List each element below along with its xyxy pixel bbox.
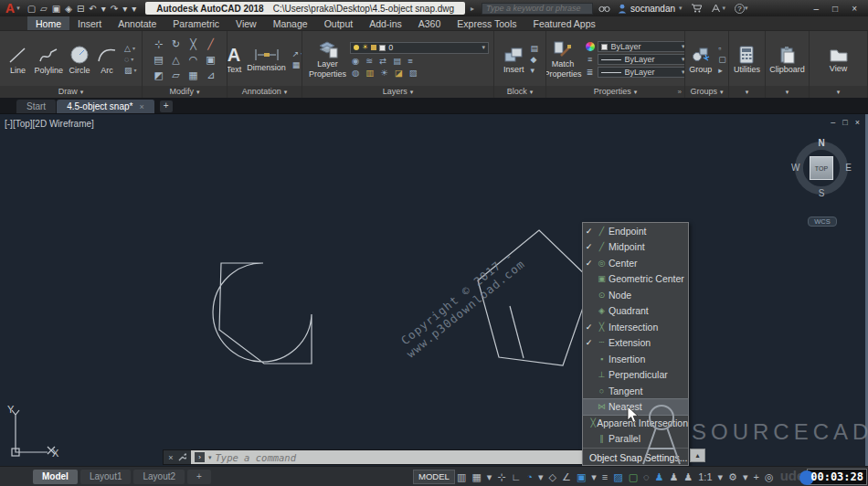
viewcube-south[interactable]: S bbox=[791, 188, 852, 198]
command-line-grip[interactable]: × bbox=[164, 450, 191, 464]
qat-tool-icon[interactable]: ↶ bbox=[89, 4, 96, 14]
viewcube[interactable]: N S W E TOP bbox=[791, 138, 852, 198]
properties-panel-label[interactable]: Properties▾ » bbox=[546, 86, 684, 98]
draw-panel-label[interactable]: Draw▾ bbox=[0, 86, 142, 98]
dimension-button[interactable]: Dimension bbox=[245, 48, 288, 72]
modify-tool-icon[interactable]: ╱ bbox=[207, 38, 214, 50]
status-toggle-icon[interactable]: ◌ bbox=[643, 471, 650, 482]
block-tool-icon[interactable]: ◆ bbox=[531, 56, 539, 64]
status-toggle-icon[interactable]: ≡ bbox=[602, 471, 608, 482]
qat-tool-icon[interactable]: ▱ bbox=[40, 4, 48, 14]
snap-menu-item[interactable]: ⊥ Perpendicular bbox=[583, 367, 688, 384]
group-button[interactable]: Group bbox=[687, 46, 714, 74]
chevron-down-icon[interactable]: ▾ bbox=[208, 454, 212, 461]
insert-button[interactable]: Insert bbox=[502, 46, 526, 74]
modify-tool-icon[interactable]: ⊹ bbox=[154, 38, 163, 50]
model-space-indicator[interactable]: MODEL bbox=[413, 470, 455, 484]
modify-tool-icon[interactable]: ⊿ bbox=[206, 69, 215, 81]
status-toggle-icon[interactable]: ▢ bbox=[629, 471, 638, 483]
add-layout-button[interactable]: + bbox=[187, 470, 211, 484]
help-button[interactable]: ? bbox=[735, 4, 745, 14]
modify-tool-icon[interactable]: ▱ bbox=[172, 69, 179, 81]
layout2-tab[interactable]: Layout2 bbox=[133, 470, 185, 484]
layout1-tab[interactable]: Layout1 bbox=[80, 470, 132, 484]
minimize-button[interactable]: – bbox=[814, 4, 820, 14]
qat-tool-icon[interactable]: ⊟ bbox=[77, 4, 84, 14]
restore-button[interactable]: □ bbox=[832, 4, 838, 14]
layer-tool-icon[interactable]: ≡ bbox=[408, 56, 413, 66]
dialog-launcher-icon[interactable]: » bbox=[678, 86, 682, 98]
circle-button[interactable]: Circle bbox=[67, 45, 92, 75]
snap-menu-item[interactable]: ○ Tangent bbox=[583, 383, 688, 399]
ribbon-tab[interactable]: Parametric bbox=[164, 16, 228, 30]
model-tab[interactable]: Model bbox=[33, 470, 78, 484]
ribbon-tab[interactable]: Home bbox=[27, 16, 69, 30]
modify-tool-icon[interactable]: ▣ bbox=[206, 54, 215, 66]
viewport-minimize-button[interactable]: – bbox=[831, 118, 835, 127]
block-panel-label[interactable]: Block▾ bbox=[494, 86, 545, 98]
status-toggle-icon[interactable]: ◔ bbox=[526, 471, 533, 482]
ribbon-tab[interactable]: Featured Apps bbox=[524, 16, 603, 30]
app-store-cart-button[interactable] bbox=[691, 4, 703, 13]
ribbon-tab[interactable]: Annotate bbox=[110, 16, 164, 30]
circle-polygon-shape[interactable] bbox=[213, 263, 312, 364]
viewport-close-button[interactable]: × bbox=[855, 118, 860, 127]
utilities-button[interactable]: Utilities bbox=[732, 46, 762, 74]
qat-tool-icon[interactable]: ▾ bbox=[122, 4, 127, 14]
polyline-button[interactable]: Polyline bbox=[32, 45, 65, 75]
group-tool-icon[interactable]: ▫ bbox=[718, 45, 726, 53]
status-toggle-icon[interactable]: ◎ bbox=[765, 471, 774, 483]
status-toggle-icon[interactable]: ▣ bbox=[577, 471, 586, 483]
layer-tool-icon[interactable]: ◍ bbox=[352, 68, 359, 78]
status-toggle-icon[interactable]: ▾ bbox=[591, 471, 597, 483]
close-icon[interactable]: × bbox=[168, 453, 173, 462]
draw-tool-icon[interactable]: ▨▾ bbox=[124, 67, 137, 75]
status-toggle-icon[interactable]: ∟ bbox=[512, 471, 522, 482]
status-toggle-icon[interactable]: ∠ bbox=[562, 471, 571, 483]
modify-tool-icon[interactable]: ◠ bbox=[189, 54, 198, 66]
expand-arrow-icon[interactable]: ▸ bbox=[471, 5, 474, 13]
ribbon-tab[interactable]: Insert bbox=[69, 16, 110, 30]
osnap-settings-expand-button[interactable]: ▴ bbox=[690, 449, 705, 462]
status-toggle-icon[interactable]: ⚙ bbox=[728, 471, 737, 483]
block-tool-icon[interactable]: ▾ bbox=[531, 67, 539, 75]
view-panel-label[interactable]: ▾ bbox=[810, 86, 867, 98]
snap-menu-item[interactable]: ⊙ Node bbox=[583, 287, 688, 303]
snap-menu-item[interactable]: ▪ Insertion bbox=[583, 351, 688, 367]
autodesk-exchange-button[interactable]: ▾ bbox=[711, 4, 726, 13]
modify-tool-icon[interactable]: △ bbox=[172, 54, 179, 66]
clipboard-button[interactable]: Clipboard bbox=[767, 46, 807, 74]
command-input[interactable] bbox=[216, 452, 582, 463]
qat-tool-icon[interactable]: ◈ bbox=[65, 4, 72, 14]
viewcube-top-face[interactable]: TOP bbox=[810, 156, 833, 180]
status-toggle-icon[interactable]: ▦ bbox=[471, 471, 481, 483]
snap-menu-item[interactable]: ▣ Geometric Center bbox=[583, 271, 688, 288]
status-toggle-icon[interactable]: ◇ bbox=[549, 471, 556, 483]
chevron-down-icon[interactable]: ▾ bbox=[745, 5, 748, 12]
status-toggle-icon[interactable]: ♟ bbox=[683, 471, 693, 483]
color-dropdown[interactable]: ByLayer ▾ bbox=[598, 41, 684, 52]
qat-tool-icon[interactable]: ▾ bbox=[101, 4, 106, 14]
status-toggle-icon[interactable]: ⊹ bbox=[497, 471, 505, 483]
close-tab-icon[interactable]: × bbox=[139, 102, 143, 111]
snap-menu-item[interactable]: ✓ ┄ Extension bbox=[583, 335, 688, 352]
snap-menu-item[interactable]: ✓ ╳ Intersection bbox=[583, 319, 688, 335]
ribbon-tab[interactable]: Manage bbox=[265, 16, 316, 30]
layer-tool-icon[interactable]: ≋ bbox=[365, 56, 373, 66]
layers-panel-label[interactable]: Layers▾ bbox=[302, 86, 493, 98]
signed-in-user[interactable]: socnandan ▾ bbox=[618, 4, 682, 14]
search-binoculars-icon[interactable] bbox=[598, 0, 610, 16]
viewcube-north[interactable]: N bbox=[791, 138, 852, 148]
status-toggle-icon[interactable]: 1:1 bbox=[698, 471, 712, 482]
linetype-dropdown[interactable]: ByLayer ▾ bbox=[598, 67, 684, 78]
modify-tool-icon[interactable]: ▤ bbox=[153, 54, 163, 66]
lineweight-dropdown[interactable]: ByLayer ▾ bbox=[598, 54, 684, 65]
draw-tool-icon[interactable]: ◌▾ bbox=[124, 56, 137, 64]
layer-tool-icon[interactable]: ◪ bbox=[395, 68, 403, 78]
file-tab-start[interactable]: Start bbox=[16, 100, 57, 113]
view-button[interactable]: View bbox=[827, 47, 851, 73]
snap-menu-item[interactable]: ✓ ╱ Endpoint bbox=[583, 223, 688, 239]
snap-menu-item[interactable]: ◈ Quadrant bbox=[583, 303, 688, 320]
ribbon-tab[interactable]: Add-ins bbox=[361, 16, 410, 30]
file-tab-document[interactable]: 4.5-object snap* × bbox=[57, 100, 155, 113]
